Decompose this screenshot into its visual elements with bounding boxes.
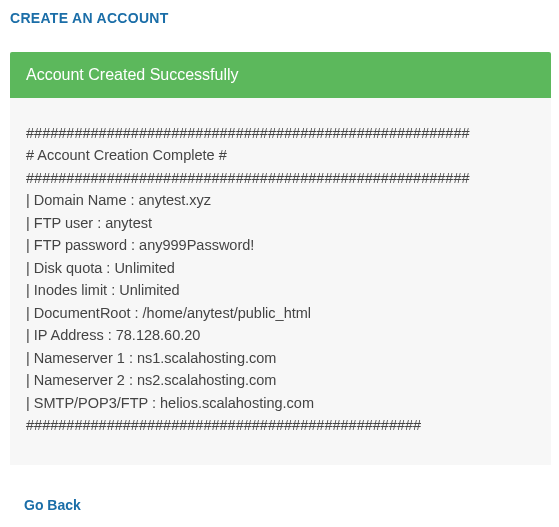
page-title: CREATE AN ACCOUNT xyxy=(10,10,551,26)
success-banner: Account Created Successfully xyxy=(10,52,551,98)
creation-output: ########################################… xyxy=(10,98,551,465)
go-back-link[interactable]: Go Back xyxy=(24,497,81,513)
